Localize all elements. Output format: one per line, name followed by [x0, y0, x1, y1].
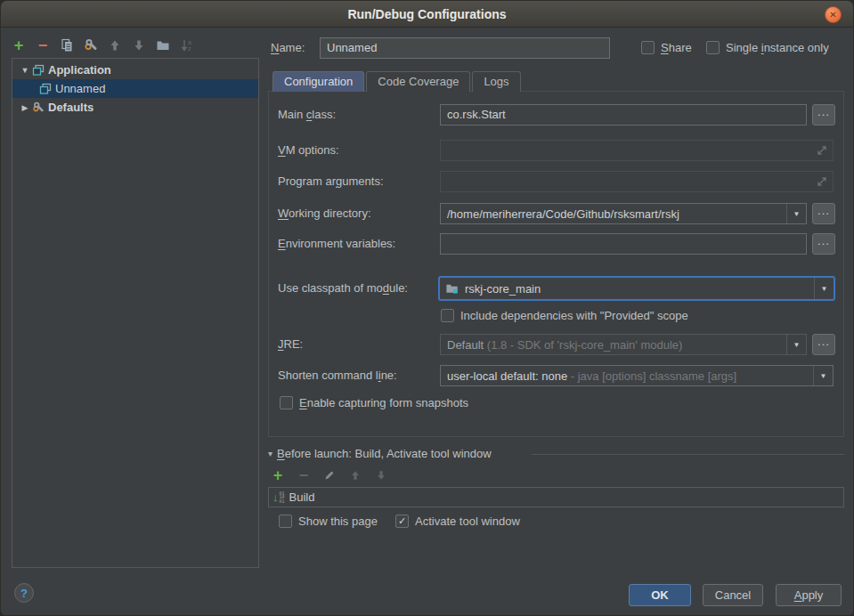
capture-snapshots-checkbox[interactable]: Enable capturing form snapshots: [280, 396, 468, 409]
show-this-page-label: Show this page: [298, 515, 378, 528]
share-checkbox[interactable]: Share: [641, 41, 692, 54]
minus-icon: −: [299, 469, 309, 482]
configuration-tab-panel: Main class: co.rsk.Start ... VM options:…: [268, 91, 844, 437]
jre-browse-button[interactable]: ...: [812, 334, 835, 355]
working-directory-browse-button[interactable]: ...: [812, 203, 835, 224]
ellipsis-icon: ...: [817, 204, 830, 217]
include-provided-checkbox[interactable]: Include dependencies with "Provided" sco…: [441, 309, 688, 322]
minus-icon: −: [38, 39, 48, 52]
environment-variables-input[interactable]: [440, 233, 807, 255]
edit-task-button[interactable]: [322, 468, 337, 482]
activate-tool-window-checkbox[interactable]: ✓ Activate tool window: [395, 515, 520, 528]
move-task-down-button[interactable]: [374, 468, 388, 482]
main-class-label: Main class:: [278, 104, 336, 126]
working-directory-combo[interactable]: /home/meriherrera/Code/Github/rsksmart/r…: [440, 203, 807, 224]
help-button[interactable]: ?: [14, 583, 34, 603]
divider: [532, 454, 844, 455]
expand-field-icon[interactable]: [816, 175, 828, 188]
edit-defaults-button[interactable]: [84, 38, 98, 53]
help-icon: ?: [20, 587, 28, 600]
plus-icon: +: [273, 468, 283, 482]
plus-icon: +: [14, 38, 24, 53]
remove-configuration-button[interactable]: −: [36, 38, 50, 53]
svg-text:a: a: [188, 39, 191, 45]
chevron-down-icon: ▼: [820, 372, 827, 380]
wrench-gear-icon: [32, 101, 45, 114]
name-label: Name:: [271, 37, 305, 59]
arrow-down-icon: [132, 38, 146, 53]
expand-field-icon[interactable]: [816, 144, 828, 157]
arrow-down-icon: [375, 469, 387, 482]
tree-item-label: Unnamed: [55, 82, 105, 95]
application-icon: [32, 64, 45, 77]
move-down-button[interactable]: [132, 38, 146, 53]
before-launch-header[interactable]: ▾ Before launch: Build, Activate tool wi…: [268, 447, 492, 460]
capture-snapshots-label: Enable capturing form snapshots: [299, 396, 468, 409]
program-arguments-input[interactable]: [440, 171, 834, 192]
environment-variables-browse-button[interactable]: ...: [812, 233, 835, 255]
collapse-icon[interactable]: ▾: [268, 449, 272, 458]
show-this-page-checkbox[interactable]: Show this page: [279, 515, 378, 528]
task-label: Build: [289, 490, 315, 504]
tree-item-label: Defaults: [48, 101, 94, 114]
new-folder-button[interactable]: [156, 38, 170, 53]
dropdown-button[interactable]: ▼: [814, 278, 834, 299]
remove-task-button[interactable]: −: [297, 468, 311, 482]
shorten-command-line-combo[interactable]: user-local default: none - java [options…: [440, 365, 834, 386]
build-icon: ↓ 011001: [272, 491, 285, 504]
dropdown-button[interactable]: ▼: [786, 204, 806, 223]
main-class-input[interactable]: co.rsk.Start: [440, 104, 807, 126]
chevron-collapsed-icon[interactable]: ▶: [20, 103, 30, 112]
tab-code-coverage[interactable]: Code Coverage: [366, 71, 470, 92]
classpath-module-label: Use classpath of module:: [278, 276, 408, 301]
checkbox-icon: [706, 41, 720, 54]
sort-alphabetically-icon: az: [180, 38, 194, 53]
before-launch-task-build[interactable]: ↓ 011001 Build: [268, 487, 844, 507]
arrow-up-icon: [108, 38, 122, 53]
close-button[interactable]: ✕: [825, 6, 842, 23]
settings-tabs: Configuration Code Coverage Logs: [272, 71, 521, 92]
wrench-gear-icon: [84, 38, 98, 53]
titlebar[interactable]: Run/Debug Configurations ✕: [1, 1, 853, 28]
jre-combo[interactable]: Default (1.8 - SDK of 'rskj-core_main' m…: [440, 334, 807, 355]
ellipsis-icon: ...: [817, 105, 830, 118]
arrow-up-icon: [349, 469, 362, 482]
name-input[interactable]: Unnamed: [320, 37, 610, 59]
run-debug-configurations-dialog: Run/Debug Configurations ✕ + − az ▼: [0, 0, 854, 616]
cancel-button[interactable]: Cancel: [703, 584, 763, 606]
tree-item-application[interactable]: ▼ Application: [12, 61, 258, 79]
tree-item-defaults[interactable]: ▶ Defaults: [12, 98, 258, 117]
chevron-expanded-icon[interactable]: ▼: [20, 66, 30, 75]
move-up-button[interactable]: [108, 38, 122, 53]
share-label: Share: [661, 41, 692, 54]
copy-configuration-button[interactable]: [60, 38, 74, 53]
add-configuration-button[interactable]: +: [12, 38, 26, 53]
apply-button[interactable]: Apply: [776, 584, 842, 606]
configurations-toolbar: + − az: [12, 35, 194, 56]
ok-button[interactable]: OK: [629, 584, 691, 606]
chevron-down-icon: ▼: [793, 341, 801, 349]
single-instance-checkbox[interactable]: Single instance only: [706, 41, 829, 54]
tree-item-unnamed[interactable]: Unnamed: [12, 79, 258, 98]
sort-configurations-button[interactable]: az: [180, 38, 194, 53]
program-arguments-label: Program arguments:: [278, 171, 384, 192]
tab-configuration[interactable]: Configuration: [272, 71, 364, 92]
checkbox-icon: [279, 515, 292, 528]
include-provided-label: Include dependencies with "Provided" sco…: [460, 309, 688, 322]
vm-options-input[interactable]: [440, 140, 834, 161]
single-instance-label: Single instance only: [726, 41, 829, 54]
pencil-icon: [323, 469, 336, 482]
classpath-module-combo[interactable]: rskj-core_main ▼: [438, 276, 835, 301]
tab-logs[interactable]: Logs: [472, 71, 520, 92]
checkbox-icon: [280, 396, 293, 409]
svg-text:z: z: [188, 45, 191, 52]
ellipsis-icon: ...: [817, 335, 830, 348]
chevron-down-icon: ▼: [821, 285, 828, 293]
main-class-browse-button[interactable]: ...: [812, 104, 835, 126]
vm-options-label: VM options:: [278, 140, 339, 161]
dropdown-button[interactable]: ▼: [786, 335, 806, 354]
shorten-command-line-label: Shorten command line:: [278, 365, 397, 386]
dropdown-button[interactable]: ▼: [813, 366, 833, 385]
add-task-button[interactable]: +: [271, 468, 285, 482]
move-task-up-button[interactable]: [348, 468, 362, 482]
